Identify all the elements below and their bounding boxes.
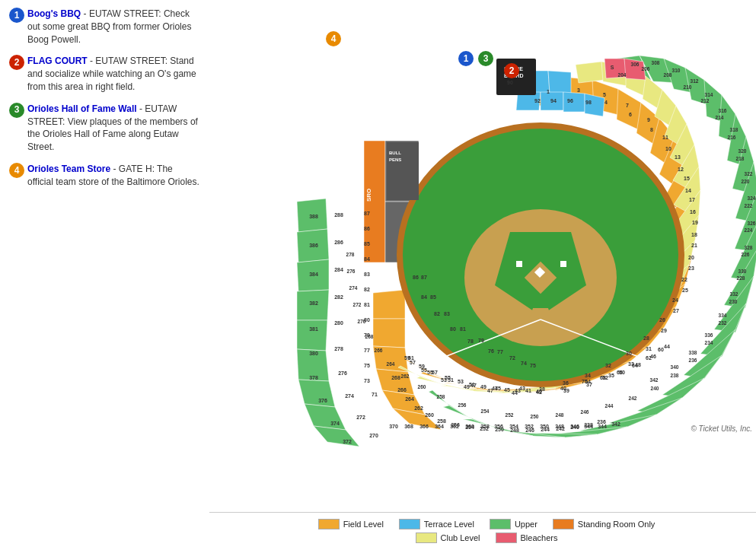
svg-text:49: 49 <box>480 384 486 389</box>
svg-text:31: 31 <box>646 346 652 351</box>
svg-text:23: 23 <box>688 265 694 271</box>
svg-text:80: 80 <box>364 317 370 323</box>
svg-text:368: 368 <box>404 424 413 429</box>
svg-text:20: 20 <box>688 255 694 260</box>
svg-text:232: 232 <box>719 320 727 326</box>
svg-text:51: 51 <box>469 382 475 387</box>
svg-text:PENS: PENS <box>389 157 401 162</box>
legend-upper: Upper <box>490 519 537 529</box>
legend-sro: Standing Room Only <box>553 519 656 529</box>
map-badge-2: 2 <box>504 63 519 78</box>
svg-text:62: 62 <box>646 355 652 361</box>
svg-text:208: 208 <box>664 72 672 78</box>
svg-text:17: 17 <box>689 197 695 202</box>
svg-text:326: 326 <box>748 221 756 226</box>
svg-text:316: 316 <box>719 108 727 113</box>
svg-text:280: 280 <box>334 320 343 326</box>
svg-text:83: 83 <box>444 311 450 316</box>
svg-text:334: 334 <box>719 313 727 318</box>
svg-text:272: 272 <box>356 415 365 420</box>
svg-text:376: 376 <box>318 398 327 403</box>
svg-text:86: 86 <box>413 275 419 280</box>
svg-text:308: 308 <box>652 60 660 65</box>
svg-text:74: 74 <box>521 361 527 366</box>
svg-text:7: 7 <box>626 103 629 108</box>
svg-text:218: 218 <box>736 156 745 161</box>
map-badge-3: 3 <box>478 51 493 66</box>
svg-text:35: 35 <box>608 373 614 378</box>
svg-text:79: 79 <box>478 338 484 343</box>
svg-text:87: 87 <box>421 275 427 280</box>
svg-text:55: 55 <box>445 375 451 380</box>
svg-text:57: 57 <box>432 370 438 375</box>
svg-text:244: 244 <box>541 427 550 432</box>
legend-bleachers: Bleachers <box>496 533 558 543</box>
club-level-label: Club Level <box>441 533 480 542</box>
svg-text:28: 28 <box>643 335 649 341</box>
svg-text:41: 41 <box>525 388 531 393</box>
svg-text:210: 210 <box>684 84 692 90</box>
svg-text:338: 338 <box>689 350 697 355</box>
copyright: © Ticket Utils, Inc. <box>691 424 752 433</box>
svg-rect-110 <box>516 261 522 267</box>
svg-text:234: 234 <box>705 340 713 345</box>
svg-text:258: 258 <box>437 394 445 399</box>
stadium-wrapper: 1 3 2 4 <box>213 4 756 475</box>
svg-text:310: 310 <box>672 68 681 73</box>
svg-text:40: 40 <box>536 389 542 394</box>
svg-text:344: 344 <box>598 424 607 429</box>
svg-text:1: 1 <box>547 89 550 94</box>
svg-text:11: 11 <box>662 135 668 140</box>
sro-label: Standing Room Only <box>578 520 656 529</box>
svg-text:44: 44 <box>664 344 670 349</box>
svg-text:268: 268 <box>391 375 400 380</box>
svg-text:252: 252 <box>506 412 514 418</box>
svg-text:286: 286 <box>334 240 343 245</box>
svg-marker-60 <box>373 319 405 348</box>
badge-1: 1 <box>9 8 24 23</box>
svg-text:278: 278 <box>334 346 343 351</box>
svg-text:270: 270 <box>369 433 378 438</box>
svg-text:342: 342 <box>650 377 659 383</box>
svg-text:72: 72 <box>509 355 515 361</box>
svg-text:222: 222 <box>745 203 753 208</box>
svg-text:378: 378 <box>309 375 318 380</box>
svg-text:40: 40 <box>560 386 566 391</box>
svg-text:76: 76 <box>488 348 494 354</box>
svg-text:81: 81 <box>364 302 370 307</box>
svg-text:214: 214 <box>716 115 724 120</box>
svg-text:87: 87 <box>364 211 370 216</box>
svg-text:384: 384 <box>309 272 318 277</box>
svg-text:246: 246 <box>581 409 589 415</box>
svg-text:14: 14 <box>685 188 691 193</box>
svg-text:79: 79 <box>364 332 370 338</box>
svg-text:256: 256 <box>451 422 460 428</box>
svg-text:82: 82 <box>434 311 440 316</box>
svg-text:83: 83 <box>364 272 370 277</box>
svg-text:266: 266 <box>375 348 383 353</box>
svg-text:264: 264 <box>387 361 395 367</box>
item3-title: Orioles Hall of Fame Wall <box>27 103 137 114</box>
item2-location: - EUTAW STREET: <box>90 56 170 66</box>
svg-text:22: 22 <box>681 277 687 282</box>
upper-swatch <box>490 519 511 529</box>
item2-title: FLAG COURT <box>27 56 88 66</box>
svg-text:238: 238 <box>671 373 679 378</box>
svg-text:322: 322 <box>745 171 753 176</box>
svg-text:258: 258 <box>437 418 446 424</box>
svg-text:224: 224 <box>745 227 753 233</box>
legend-field-level: Field Level <box>318 519 384 529</box>
sro-swatch <box>553 519 574 529</box>
svg-text:32: 32 <box>605 363 611 368</box>
svg-text:314: 314 <box>705 92 713 97</box>
stadium-area: 1 3 2 4 <box>209 0 756 550</box>
badge-2: 2 <box>9 55 24 70</box>
sidebar-item-3: 3 Orioles Hall of Fame Wall - EUTAW STRE… <box>9 103 200 154</box>
svg-text:282: 282 <box>334 294 343 300</box>
svg-text:43: 43 <box>515 388 521 393</box>
svg-text:272: 272 <box>353 302 362 307</box>
svg-text:29: 29 <box>661 328 667 333</box>
svg-text:45: 45 <box>504 387 510 393</box>
item4-location: - GATE H: <box>113 164 158 174</box>
svg-marker-92 <box>548 71 571 94</box>
